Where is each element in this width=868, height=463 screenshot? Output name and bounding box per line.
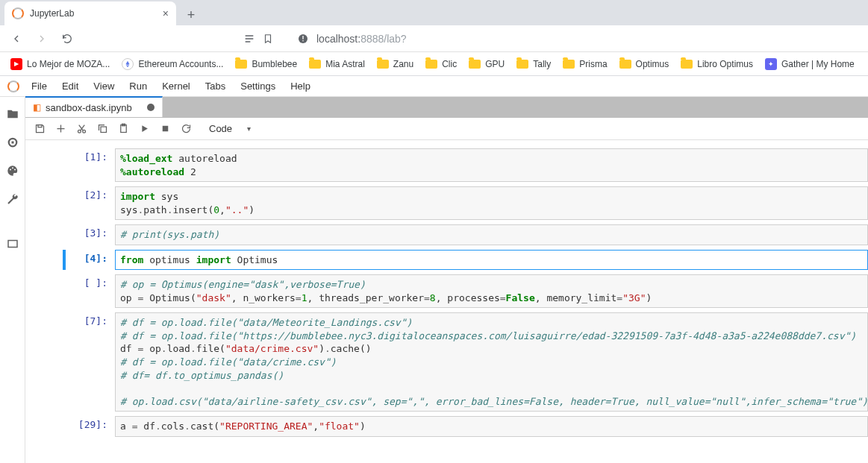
bookmark-item[interactable]: GPU: [464, 55, 509, 73]
bookmark-item[interactable]: ▶Lo Mejor de MOZA...: [6, 55, 114, 73]
notebook-area[interactable]: [1]:%load_ext autoreload %autoreload 2[2…: [25, 140, 868, 463]
bookmarks-bar: ▶Lo Mejor de MOZA...Ethereum Accounts...…: [0, 52, 868, 76]
bookmark-icon[interactable]: [263, 33, 273, 45]
url-path: 8888/lab?: [360, 33, 407, 45]
cell-prompt: [7]:: [66, 312, 115, 412]
bookmark-item[interactable]: Ethereum Accounts...: [117, 55, 228, 73]
youtube-icon: ▶: [10, 58, 22, 70]
cell-input[interactable]: # op = Optimus(engine="dask",verbose=Tru…: [115, 274, 868, 308]
paste-button[interactable]: [113, 119, 133, 139]
cell-gutter: [25, 186, 66, 220]
restart-button[interactable]: [176, 119, 196, 139]
menu-view[interactable]: View: [86, 76, 122, 96]
folder-icon: [309, 58, 321, 70]
folder-icon: [516, 58, 528, 70]
code-cell[interactable]: [4]:from optimus import Optimus: [25, 248, 868, 273]
bookmark-item[interactable]: ✦Gather | My Home: [761, 55, 859, 73]
code-cell[interactable]: [1]:%load_ext autoreload %autoreload 2: [25, 146, 868, 184]
bookmark-label: Optimus: [636, 59, 669, 69]
jupyter-logo-icon[interactable]: [3, 81, 24, 92]
cell-gutter: [25, 312, 66, 412]
reload-button[interactable]: [57, 28, 78, 49]
bookmark-item[interactable]: Clic: [421, 55, 461, 73]
svg-point-5: [10, 169, 11, 171]
svg-point-7: [14, 169, 16, 171]
reader-mode-icon[interactable]: [243, 33, 255, 45]
menu-run[interactable]: Run: [122, 76, 154, 96]
palette-icon[interactable]: [1, 158, 24, 183]
not-secure-icon[interactable]: [297, 33, 309, 45]
insert-cell-button[interactable]: [51, 119, 70, 139]
save-button[interactable]: [30, 119, 49, 139]
open-tabs-icon[interactable]: [1, 231, 24, 256]
cell-type-label: Code: [209, 123, 232, 134]
document-tab-active[interactable]: ◧ sandbox-dask.ipynb: [25, 96, 163, 117]
bookmark-item[interactable]: Tally: [512, 55, 555, 73]
bookmark-item[interactable]: Zanu: [372, 55, 418, 73]
copy-button[interactable]: [93, 119, 112, 139]
back-button[interactable]: [6, 28, 27, 49]
bookmark-item[interactable]: Optimus: [615, 55, 674, 73]
cell-gutter: [25, 416, 66, 437]
arrow-right-icon: [36, 33, 48, 45]
bookmark-item[interactable]: Prisma: [558, 55, 611, 73]
menu-help[interactable]: Help: [283, 76, 318, 96]
folder-icon: [469, 58, 481, 70]
code-cell[interactable]: [7]:# df = op.load.file("data/Meteorite_…: [25, 310, 868, 414]
forward-button[interactable]: [31, 28, 52, 49]
svg-rect-1: [302, 36, 303, 40]
cell-prompt: [29]:: [66, 416, 115, 437]
cell-prompt: [3]:: [66, 224, 115, 245]
gather-icon: ✦: [765, 58, 777, 70]
svg-rect-9: [38, 125, 42, 127]
folder-icon: [425, 58, 437, 70]
code-cell[interactable]: [3]:# print(sys.path): [25, 222, 868, 248]
menu-tabs[interactable]: Tabs: [198, 76, 233, 96]
svg-point-6: [12, 167, 13, 168]
arrow-left-icon: [10, 33, 22, 45]
menu-settings[interactable]: Settings: [233, 76, 283, 96]
notebook-toolbar: Code ▾: [25, 118, 868, 140]
code-cell[interactable]: [ ]:# op = Optimus(engine="dask",verbose…: [25, 272, 868, 310]
browser-tab-strip: JupyterLab × +: [0, 0, 868, 25]
cell-input[interactable]: from optimus import Optimus: [115, 250, 868, 271]
document-tab-bar: ◧ sandbox-dask.ipynb: [25, 97, 868, 118]
cell-input[interactable]: %load_ext autoreload %autoreload 2: [115, 148, 868, 182]
menu-file[interactable]: File: [24, 76, 54, 96]
bookmark-item[interactable]: Mia Astral: [305, 55, 369, 73]
ethereum-icon: [122, 58, 134, 70]
chevron-down-icon: ▾: [247, 125, 251, 133]
svg-rect-4: [11, 142, 13, 144]
cell-prompt: [2]:: [66, 186, 115, 220]
cut-button[interactable]: [72, 119, 91, 139]
close-icon[interactable]: ×: [163, 7, 169, 19]
code-cell[interactable]: [29]:a = df.cols.cast("REPORTING_AREA","…: [25, 414, 868, 439]
cell-type-select[interactable]: Code ▾: [204, 122, 255, 136]
cell-input[interactable]: a = df.cols.cast("REPORTING_AREA","float…: [115, 416, 868, 437]
bookmark-label: Ethereum Accounts...: [138, 59, 223, 69]
code-cell[interactable]: [2]:import sys sys.path.insert(0,".."): [25, 184, 868, 222]
jupyter-favicon-icon: [12, 7, 24, 19]
url-display[interactable]: localhost:8888/lab?: [316, 33, 407, 45]
cell-input[interactable]: # print(sys.path): [115, 224, 868, 245]
folder-icon: [681, 58, 693, 70]
bookmark-item[interactable]: Libro Optimus: [676, 55, 758, 73]
folder-icon: [377, 58, 389, 70]
bookmark-label: Mia Astral: [325, 59, 365, 69]
document-filename: sandbox-dask.ipynb: [46, 102, 132, 113]
bookmark-label: GPU: [485, 59, 505, 69]
new-tab-button[interactable]: +: [181, 4, 202, 25]
menu-kernel[interactable]: Kernel: [154, 76, 198, 96]
run-button[interactable]: [134, 119, 154, 139]
browser-tab-active[interactable]: JupyterLab ×: [4, 1, 176, 25]
cell-input[interactable]: import sys sys.path.insert(0,".."): [115, 186, 868, 220]
menu-edit[interactable]: Edit: [54, 76, 86, 96]
file-browser-icon[interactable]: [1, 101, 24, 127]
cell-input[interactable]: # df = op.load.file("data/Meteorite_Land…: [115, 312, 868, 412]
bookmark-item[interactable]: Bumblebee: [231, 55, 302, 73]
cell-gutter: [25, 148, 66, 182]
running-kernels-icon[interactable]: [1, 130, 24, 155]
wrench-icon[interactable]: [1, 186, 24, 212]
reload-icon: [61, 33, 73, 45]
interrupt-button[interactable]: [155, 119, 175, 139]
